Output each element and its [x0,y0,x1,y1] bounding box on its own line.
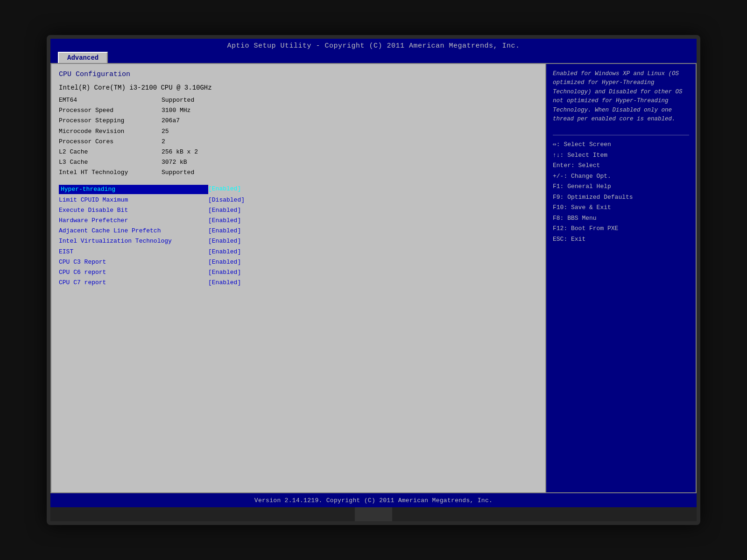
shortcut-f12: F12: Boot From PXE [553,224,689,233]
value-proc-cores: 2 [162,138,165,146]
left-panel: CPU Configuration Intel(R) Core(TM) i3-2… [51,64,546,492]
value-proc-speed: 3100 MHz [162,106,190,115]
right-panel: Enabled for Windows XP and Linux (OS opt… [546,64,696,492]
content-area: CPU Configuration Intel(R) Core(TM) i3-2… [50,63,697,493]
shortcut-f8: F8: BBS Menu [553,214,689,223]
tab-row: Advanced [50,50,697,63]
shortcut-select-item: ↑↓: Select Item [553,151,689,160]
bios-screen: Aptio Setup Utility - Copyright (C) 2011… [50,39,697,507]
shortcut-esc: ESC: Exit [553,235,689,244]
label-cpu-c3: CPU C3 Report [59,258,208,266]
stand-neck [355,507,392,521]
config-cpu-c6[interactable]: CPU C6 report [Enabled] [59,268,538,277]
config-eist[interactable]: EIST [Enabled] [59,248,538,256]
shortcut-f1: F1: General Help [553,182,689,191]
shortcut-change-opt: +/-: Change Opt. [553,172,689,181]
title-bar: Aptio Setup Utility - Copyright (C) 2011… [50,39,697,50]
label-vt: Intel Virtualization Technology [59,237,208,245]
value-proc-stepping: 206a7 [162,117,180,125]
label-ht-tech: Intel HT Technology [59,168,162,177]
section-title: CPU Configuration [59,70,538,78]
label-limit-cpuid: Limit CPUID Maximum [59,196,208,204]
value-ht-tech: Supported [162,168,194,177]
label-hw-prefetcher: Hardware Prefetcher [59,217,208,225]
label-l3cache: L3 Cache [59,158,162,167]
value-cpu-c6: [Enabled] [208,268,241,277]
label-cpu-c6: CPU C6 report [59,268,208,277]
status-bar: Version 2.14.1219. Copyright (C) 2011 Am… [50,493,697,507]
value-emt64: Supported [162,96,194,105]
label-execute-disable: Execute Disable Bit [59,206,208,215]
help-text: Enabled for Windows XP and Linux (OS opt… [553,70,689,124]
config-execute-disable[interactable]: Execute Disable Bit [Enabled] [59,206,538,215]
info-row-microcode: Microcode Revision 25 [59,127,538,136]
config-vt[interactable]: Intel Virtualization Technology [Enabled… [59,237,538,245]
version-text: Version 2.14.1219. Copyright (C) 2011 Am… [254,497,493,504]
config-cpu-c3[interactable]: CPU C3 Report [Enabled] [59,258,538,266]
value-eist: [Enabled] [208,248,241,256]
value-microcode: 25 [162,127,169,136]
label-proc-speed: Processor Speed [59,106,162,115]
label-hyper-threading: Hyper-threading [59,185,208,194]
value-cpu-c7: [Enabled] [208,279,241,287]
config-adj-cache[interactable]: Adjacent Cache Line Prefetch [Enabled] [59,227,538,235]
value-hw-prefetcher: [Enabled] [208,217,241,225]
shortcut-f10: F10: Save & Exit [553,203,689,212]
monitor: Aptio Setup Utility - Copyright (C) 2011… [47,35,700,525]
info-row-l2cache: L2 Cache 256 kB x 2 [59,148,538,156]
cpu-model: Intel(R) Core(TM) i3-2100 CPU @ 3.10GHz [59,84,538,91]
label-microcode: Microcode Revision [59,127,162,136]
value-hyper-threading: [Enabled] [208,185,241,194]
config-hw-prefetcher[interactable]: Hardware Prefetcher [Enabled] [59,217,538,225]
config-limit-cpuid[interactable]: Limit CPUID Maximum [Disabled] [59,196,538,204]
config-hyper-threading[interactable]: Hyper-threading [Enabled] [59,185,538,194]
info-row-proc-cores: Processor Cores 2 [59,138,538,146]
tab-advanced[interactable]: Advanced [58,52,108,63]
help-divider [553,135,689,135]
value-vt: [Enabled] [208,237,241,245]
bios-title: Aptio Setup Utility - Copyright (C) 2011… [227,42,520,50]
monitor-stand [50,507,697,521]
label-proc-cores: Processor Cores [59,138,162,146]
value-limit-cpuid: [Disabled] [208,196,245,204]
label-cpu-c7: CPU C7 report [59,279,208,287]
info-row-l3cache: L3 Cache 3072 kB [59,158,538,167]
info-row-emt64: EMT64 Supported [59,96,538,105]
label-proc-stepping: Processor Stepping [59,117,162,125]
shortcut-select-screen: ⇔: Select Screen [553,140,689,149]
value-l3cache: 3072 kB [162,158,187,167]
shortcut-enter: Enter: Select [553,161,689,170]
value-l2cache: 256 kB x 2 [162,148,198,156]
value-adj-cache: [Enabled] [208,227,241,235]
label-emt64: EMT64 [59,96,162,105]
info-row-proc-stepping: Processor Stepping 206a7 [59,117,538,125]
info-row-proc-speed: Processor Speed 3100 MHz [59,106,538,115]
value-cpu-c3: [Enabled] [208,258,241,266]
label-l2cache: L2 Cache [59,148,162,156]
label-adj-cache: Adjacent Cache Line Prefetch [59,227,208,235]
value-execute-disable: [Enabled] [208,206,241,215]
info-row-ht-tech: Intel HT Technology Supported [59,168,538,177]
config-cpu-c7[interactable]: CPU C7 report [Enabled] [59,279,538,287]
label-eist: EIST [59,248,208,256]
shortcut-f9: F9: Optimized Defaults [553,193,689,202]
